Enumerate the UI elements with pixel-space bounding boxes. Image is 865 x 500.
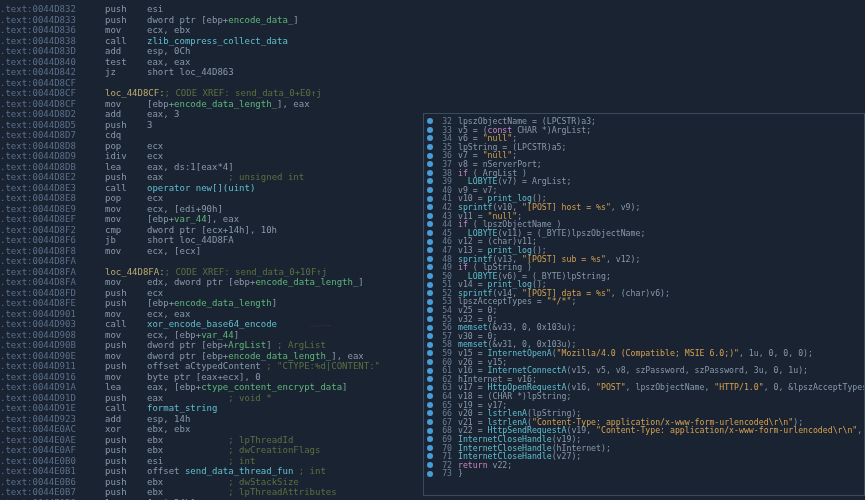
asm-line[interactable]: .text:0044D8FA — [0, 256, 420, 267]
breakpoint-dot[interactable] — [427, 144, 433, 150]
operand: xor_encode_base64_encode — [147, 319, 277, 330]
asm-line[interactable]: .text:0044D8DBleaeax, ds:1[eax*4] — [0, 162, 420, 173]
breakpoint-dot[interactable] — [427, 368, 433, 374]
breakpoint-dot[interactable] — [427, 170, 433, 176]
mnemonic: call — [105, 403, 147, 414]
breakpoint-dot[interactable] — [427, 118, 433, 124]
breakpoint-dot[interactable] — [427, 376, 433, 382]
asm-line[interactable]: .text:0044D91Ecallformat_string — [0, 403, 420, 414]
asm-line[interactable]: .text:0044D90Bpushdword ptr [ebp+ArgList… — [0, 340, 420, 351]
decompiled-line[interactable]: 72return v22; — [427, 461, 861, 470]
asm-line[interactable]: .text:0044D836movecx, ebx — [0, 25, 420, 36]
asm-line[interactable]: .text:0044E0ACxorebx, ebx — [0, 424, 420, 435]
breakpoint-dot[interactable] — [427, 161, 433, 167]
breakpoint-dot[interactable] — [427, 385, 433, 391]
breakpoint-dot[interactable] — [427, 393, 433, 399]
asm-line[interactable]: .text:0044D8F8movecx, [ecx] — [0, 246, 420, 257]
breakpoint-dot[interactable] — [427, 342, 433, 348]
operand: eax ; unsigned int — [147, 172, 304, 183]
asm-line[interactable]: .text:0044D901movecx, eax — [0, 309, 420, 320]
disassembly-listing[interactable]: .text:0044D832pushesi.text:0044D833pushd… — [0, 0, 420, 500]
breakpoint-dot[interactable] — [427, 350, 433, 356]
breakpoint-dot[interactable] — [427, 153, 433, 159]
asm-line[interactable]: .text:0044D8F6jbshort loc_44D8FA — [0, 235, 420, 246]
asm-line[interactable]: .text:0044D8FAmovedx, dword ptr [ebp+enc… — [0, 277, 420, 288]
asm-line[interactable]: .text:0044E0B1pushoffset send_data_threa… — [0, 466, 420, 477]
breakpoint-dot[interactable] — [427, 127, 433, 133]
asm-line[interactable]: .text:0044D8D9idivecx — [0, 151, 420, 162]
breakpoint-dot[interactable] — [427, 462, 433, 468]
asm-line[interactable]: .text:0044D923addesp, 14h — [0, 414, 420, 425]
breakpoint-dot[interactable] — [427, 187, 433, 193]
breakpoint-dot[interactable] — [427, 178, 433, 184]
asm-line[interactable]: .text:0044D8FEpush[ebp+encode_data_lengt… — [0, 298, 420, 309]
breakpoint-dot[interactable] — [427, 316, 433, 322]
asm-line[interactable]: .text:0044D91Aleaeax, [ebp+ctype_content… — [0, 382, 420, 393]
asm-line[interactable]: .text:0044D8E3calloperator new[](uint) — [0, 183, 420, 194]
decompiled-line[interactable]: 73} — [427, 469, 861, 478]
asm-line[interactable]: .text:0044D908movecx, [ebp+var_44] — [0, 330, 420, 341]
breakpoint-dot[interactable] — [427, 299, 433, 305]
asm-line[interactable]: .text:0044D832pushesi — [0, 4, 420, 15]
breakpoint-dot[interactable] — [427, 135, 433, 141]
breakpoint-dot[interactable] — [427, 436, 433, 442]
asm-line[interactable]: .text:0044D833pushdword ptr [ebp+encode_… — [0, 15, 420, 26]
breakpoint-dot[interactable] — [427, 204, 433, 210]
decompiler-output[interactable]: 32lpszObjectName = (LPCSTR)a3;33v5 = (co… — [423, 113, 865, 496]
breakpoint-dot[interactable] — [427, 402, 433, 408]
breakpoint-dot[interactable] — [427, 239, 433, 245]
asm-line[interactable]: .text:0044D8CFloc_44D8CF: ; CODE XREF: s… — [0, 88, 420, 99]
asm-line[interactable]: .text:0044D8E9movecx, [edi+90h] — [0, 204, 420, 215]
breakpoint-dot[interactable] — [427, 471, 433, 477]
asm-line[interactable]: .text:0044D8EFmov[ebp+var_44], eax — [0, 214, 420, 225]
breakpoint-dot[interactable] — [427, 282, 433, 288]
asm-line[interactable]: .text:0044D838callzlib_compress_collect_… — [0, 36, 420, 47]
asm-line[interactable]: .text:0044D8E2pusheax ; unsigned int — [0, 172, 420, 183]
asm-line[interactable]: .text:0044E0B0pushesi ; int — [0, 456, 420, 467]
breakpoint-dot[interactable] — [427, 359, 433, 365]
breakpoint-dot[interactable] — [427, 264, 433, 270]
asm-line[interactable]: .text:0044D91Dpusheax ; void * — [0, 393, 420, 404]
asm-line[interactable]: .text:0044D8CFmov[ebp+encode_data_length… — [0, 99, 420, 110]
asm-line[interactable]: .text:0044D8D2addeax, 3 — [0, 109, 420, 120]
asm-line[interactable]: .text:0044D8D8popecx — [0, 141, 420, 152]
asm-line[interactable]: .text:0044D911pushoffset aCtypedContent … — [0, 361, 420, 372]
breakpoint-dot[interactable] — [427, 213, 433, 219]
breakpoint-dot[interactable] — [427, 230, 433, 236]
breakpoint-dot[interactable] — [427, 419, 433, 425]
asm-line[interactable]: .text:0044E0B7pushebx ; lpThreadAttribut… — [0, 487, 420, 498]
asm-line[interactable]: .text:0044D842jzshort loc_44D863 — [0, 67, 420, 78]
asm-line[interactable]: .text:0044D840testeax, eax — [0, 57, 420, 68]
asm-line[interactable]: .text:0044D8FDpushecx — [0, 288, 420, 299]
breakpoint-dot[interactable] — [427, 445, 433, 451]
breakpoint-dot[interactable] — [427, 221, 433, 227]
operand: ebx ; dwStackSize — [147, 477, 299, 488]
asm-line[interactable]: .text:0044D8CF — [0, 78, 420, 89]
asm-line[interactable]: .text:0044E0AEpushebx ; lpThreadId — [0, 435, 420, 446]
asm-line[interactable]: .text:0044D8FAloc_44D8FA: ; CODE XREF: s… — [0, 267, 420, 278]
asm-line[interactable]: .text:0044D8D7cdq — [0, 130, 420, 141]
breakpoint-dot[interactable] — [427, 410, 433, 416]
breakpoint-dot[interactable] — [427, 453, 433, 459]
mnemonic: push — [105, 487, 147, 498]
asm-line[interactable]: .text:0044D903callxor_encode_base64_enco… — [0, 319, 420, 330]
asm-line[interactable]: .text:0044E0AFpushebx ; dwCreationFlags — [0, 445, 420, 456]
breakpoint-dot[interactable] — [427, 428, 433, 434]
breakpoint-dot[interactable] — [427, 256, 433, 262]
breakpoint-dot[interactable] — [427, 307, 433, 313]
breakpoint-dot[interactable] — [427, 247, 433, 253]
asm-line[interactable]: .text:0044D8D5push3 — [0, 120, 420, 131]
asm-line[interactable]: .text:0044D8F2cmpdword ptr [ecx+14h], 10… — [0, 225, 420, 236]
asm-line[interactable]: .text:0044E0B6pushebx ; dwStackSize — [0, 477, 420, 488]
breakpoint-dot[interactable] — [427, 196, 433, 202]
breakpoint-dot[interactable] — [427, 325, 433, 331]
breakpoint-dot[interactable] — [427, 290, 433, 296]
breakpoint-dot[interactable] — [427, 273, 433, 279]
address: .text:0044D91A — [0, 382, 105, 393]
asm-line[interactable]: .text:0044D916movbyte ptr [eax+ecx], 0 — [0, 372, 420, 383]
asm-line[interactable]: .text:0044D83Daddesp, 0Ch — [0, 46, 420, 57]
breakpoint-dot[interactable] — [427, 333, 433, 339]
asm-line[interactable]: .text:0044D8E8popecx — [0, 193, 420, 204]
asm-line[interactable]: .text:0044D90Emovdword ptr [ebp+encode_d… — [0, 351, 420, 362]
mnemonic: push — [105, 120, 147, 131]
